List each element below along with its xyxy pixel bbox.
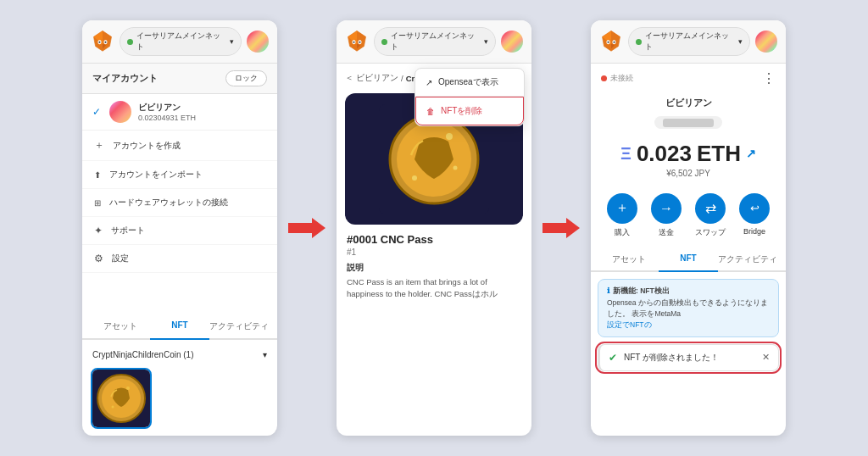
account-menu-header: マイアカウント ロック	[82, 64, 277, 94]
network-status-dot-3	[636, 39, 642, 45]
tab-assets[interactable]: アセット	[91, 314, 150, 338]
lock-button[interactable]: ロック	[225, 70, 267, 86]
account-avatar-2[interactable]	[501, 31, 523, 53]
svg-point-10	[104, 42, 106, 43]
settings-menu-item[interactable]: ⚙ 設定	[82, 245, 277, 273]
more-options-icon-3[interactable]: ⋮	[762, 70, 776, 86]
network-selector-2[interactable]: イーサリアムメインネット ▾	[374, 27, 496, 56]
nft-thumbnail-selected[interactable]	[91, 368, 152, 429]
nft-id: #1	[337, 247, 531, 262]
panel-main-wallet: イーサリアムメインネット ▾ 未接続 ⋮ ビビリアン Ξ 0.023	[591, 20, 786, 436]
svg-point-9	[98, 42, 100, 43]
swap-action: ⇄ スワップ	[695, 193, 726, 238]
hardware-icon: ⊞	[94, 198, 101, 208]
my-account-label: マイアカウント	[92, 72, 158, 85]
coin-svg	[96, 373, 147, 424]
panel2-header: イーサリアムメインネット ▾	[337, 20, 531, 64]
send-button[interactable]: →	[651, 193, 682, 224]
account-info: ビビリアン 0.02304931 ETH	[138, 102, 267, 122]
metamask-fox-icon-2	[345, 30, 369, 53]
buy-label: 購入	[615, 227, 630, 238]
svg-point-32	[453, 165, 458, 170]
trend-icon[interactable]: ↗	[746, 147, 756, 160]
bridge-button[interactable]: ↩	[739, 193, 770, 224]
breadcrumb-separator: /	[401, 74, 403, 83]
svg-marker-33	[542, 218, 580, 238]
chevron-down-icon: ▾	[263, 350, 267, 359]
account-address[interactable]	[654, 116, 722, 129]
tab-nft[interactable]: NFT	[150, 314, 209, 340]
account-list-item[interactable]: ✓ ビビリアン 0.02304931 ETH	[82, 94, 277, 131]
panel3-header: イーサリアムメインネット ▾	[591, 20, 786, 64]
action-buttons-row: ＋ 購入 → 送金 ⇄ スワップ ↩ Bridge	[591, 181, 786, 243]
svg-point-26	[359, 42, 360, 43]
network-name-3: イーサリアムメインネット	[645, 31, 735, 53]
account-header-section: ビビリアン	[591, 93, 786, 129]
arrow-2	[540, 216, 582, 240]
toast-close-button[interactable]: ✕	[762, 352, 770, 363]
svg-point-13	[126, 386, 130, 390]
account-avatar-small	[109, 101, 131, 123]
import-icon: ⬆	[94, 170, 101, 180]
create-account-label: アカウントを作成	[113, 140, 181, 152]
status-bar: 未接続 ⋮	[591, 64, 786, 93]
description-text: CNC Pass is an item that brings a lot of…	[337, 276, 531, 301]
bridge-action: ↩ Bridge	[739, 193, 770, 238]
svg-point-25	[353, 42, 354, 43]
wallet-tabs: アセット NFT アクティビティ	[591, 248, 786, 272]
account-avatar[interactable]	[247, 31, 269, 53]
hardware-wallet-menu-item[interactable]: ⊞ ハードウェアウォレットの接続	[82, 189, 277, 217]
breadcrumb-parent: ビビリアン	[356, 73, 398, 84]
tab-nft-3[interactable]: NFT	[659, 248, 718, 272]
chevron-down-icon-3: ▾	[738, 37, 743, 46]
svg-point-30	[446, 133, 453, 140]
nft-title: #0001 CNC Pass	[337, 225, 531, 247]
panel1-header: イーサリアムメインネット ▾	[82, 20, 277, 64]
account-avatar-3[interactable]	[755, 31, 777, 53]
tab-activity-3[interactable]: アクティビティ	[718, 248, 777, 270]
opensea-view-item[interactable]: ↗ Openseaで表示	[415, 69, 524, 97]
external-link-icon: ↗	[426, 78, 432, 87]
disconnected-dot	[601, 75, 607, 81]
network-name-2: イーサリアムメインネット	[391, 31, 481, 53]
buy-button[interactable]: ＋	[607, 193, 637, 224]
svg-point-43	[607, 42, 609, 43]
eth-icon: Ξ	[620, 144, 632, 164]
chevron-down-icon-2: ▾	[484, 37, 488, 46]
address-blurred	[663, 119, 714, 127]
create-account-menu-item[interactable]: ＋ アカウントを作成	[82, 131, 277, 161]
toast-message: NFT が削除されました！	[624, 352, 755, 364]
eth-symbol: ETH	[697, 141, 741, 167]
account-balance: 0.02304931 ETH	[138, 114, 267, 122]
svg-point-44	[613, 42, 615, 43]
tab-activity[interactable]: アクティビティ	[209, 314, 269, 338]
tab-assets-3[interactable]: アセット	[599, 248, 659, 270]
support-menu-item[interactable]: ✦ サポート	[82, 217, 277, 245]
selected-check-icon: ✓	[92, 106, 103, 118]
swap-label: スワップ	[695, 227, 726, 238]
network-selector[interactable]: イーサリアムメインネット ▾	[120, 27, 242, 56]
nft-group-header[interactable]: CryptNinjaChildrenCoin (1) ▾	[91, 347, 269, 363]
network-name: イーサリアムメインネット	[136, 31, 226, 53]
info-icon: ℹ	[607, 286, 609, 297]
svg-marker-15	[288, 218, 326, 238]
swap-button[interactable]: ⇄	[695, 193, 726, 224]
banner-settings-link[interactable]: 設定でNFTの	[607, 320, 770, 331]
bridge-label: Bridge	[743, 227, 765, 236]
import-account-label: アカウントをインポート	[109, 169, 203, 181]
nft-delete-item[interactable]: 🗑 NFTを削除	[415, 97, 524, 125]
description-label: 説明	[337, 262, 531, 276]
context-menu: ↗ Openseaで表示 🗑 NFTを削除	[415, 68, 525, 126]
nft-delete-label: NFTを削除	[441, 105, 482, 117]
metamask-fox-icon	[91, 30, 114, 53]
back-arrow-icon[interactable]: ＜	[345, 73, 353, 84]
success-check-icon: ✔	[609, 352, 617, 364]
chevron-down-icon: ▾	[230, 37, 234, 46]
nft-image-inner	[92, 370, 150, 427]
disconnected-label: 未接続	[610, 73, 633, 84]
nft-deleted-toast: ✔ NFT が削除されました！ ✕	[598, 344, 779, 371]
network-selector-3[interactable]: イーサリアムメインネット ▾	[628, 27, 750, 56]
banner-body-text: Opensea からの自動検出もできるようになりました。 表示をMetaMa	[607, 298, 770, 320]
import-account-menu-item[interactable]: ⬆ アカウントをインポート	[82, 161, 277, 189]
panel-nft-detail: イーサリアムメインネット ▾ ＜ ビビリアン / CryptNinjaChild…	[337, 20, 531, 436]
